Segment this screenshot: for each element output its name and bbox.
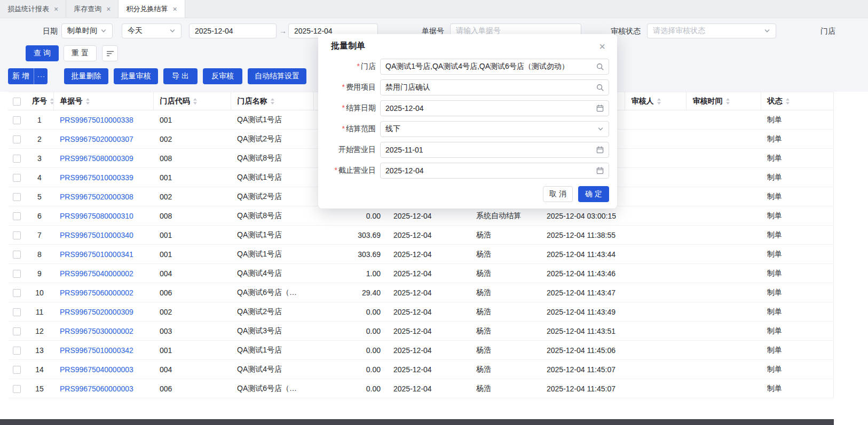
doc-no-link[interactable]: PRS99675040000003	[60, 365, 133, 374]
date-type-select[interactable]: 制单时间	[61, 23, 113, 38]
audit-time-cell	[686, 226, 761, 245]
doc-no-link[interactable]: PRS99675080000309	[60, 154, 133, 163]
store-name-cell: QA测试1号店	[231, 168, 313, 187]
tab-label: 积分兑换结算	[126, 4, 168, 14]
calendar-icon	[596, 146, 604, 154]
confirm-button[interactable]: 确 定	[578, 186, 609, 202]
field-input[interactable]: 线下	[380, 121, 609, 137]
audit-time-cell	[686, 187, 761, 206]
audit-time-cell	[686, 360, 761, 379]
audit-status-select[interactable]: 请选择审核状态	[647, 23, 776, 38]
sort-icon	[785, 98, 790, 105]
row-checkbox[interactable]	[13, 116, 21, 124]
field-input[interactable]: 2025-11-01	[380, 142, 609, 158]
status-cell: 制单	[761, 341, 834, 360]
auditor-cell	[625, 130, 686, 149]
search-button[interactable]: 查 询	[26, 45, 59, 61]
doc-no-link[interactable]: PRS99675020000309	[60, 308, 133, 316]
make-time-cell: 2025-12-04 11:45:07	[540, 360, 625, 379]
row-checkbox[interactable]	[13, 174, 21, 182]
row-checkbox[interactable]	[13, 135, 21, 143]
store-code-cell: 003	[153, 322, 231, 341]
row-checkbox[interactable]	[13, 251, 21, 259]
display-settings-button[interactable]	[102, 45, 118, 61]
audit-time-cell	[686, 379, 761, 398]
calendar-icon	[596, 105, 604, 112]
field-input[interactable]: 2025-12-04	[380, 100, 609, 116]
tab-inventory-query[interactable]: 库存查询 ×	[66, 0, 119, 18]
row-checkbox[interactable]	[13, 347, 21, 355]
col-header-store-name[interactable]: 门店名称	[231, 92, 313, 110]
auditor-cell	[625, 149, 686, 168]
field-input[interactable]: 2025-12-04	[380, 163, 609, 179]
export-button[interactable]: 导 出	[163, 68, 198, 84]
date-from-input[interactable]: 2025-12-04	[189, 23, 277, 38]
batch-audit-button[interactable]: 批量审核	[114, 68, 158, 84]
row-checkbox[interactable]	[13, 193, 21, 201]
modal-field: *门店QA测试1号店,QA测试4号店,QA测试6号店（测试勿动）	[318, 59, 609, 75]
batch-delete-button[interactable]: 批量删除	[64, 68, 108, 84]
doc-no-link[interactable]: PRS99675030000002	[60, 327, 133, 335]
field-input[interactable]: QA测试1号店,QA测试4号店,QA测试6号店（测试勿动）	[380, 59, 609, 75]
doc-no-link[interactable]: PRS99675010000341	[60, 250, 133, 259]
row-checkbox[interactable]	[13, 327, 21, 335]
auditor-cell	[625, 226, 686, 245]
col-header-auditor[interactable]: 审核人	[625, 92, 686, 110]
doc-no-link[interactable]: PRS99675060000003	[60, 384, 133, 393]
maker-cell: 杨浩	[470, 245, 540, 264]
doc-no-link[interactable]: PRS99675010000340	[60, 231, 133, 239]
audit-time-cell	[686, 206, 761, 226]
row-checkbox[interactable]	[13, 270, 21, 278]
quick-range-select[interactable]: 今天	[122, 23, 182, 38]
settle-date-cell: 2025-12-04	[387, 360, 470, 379]
doc-no-link[interactable]: PRS99675020000308	[60, 193, 133, 201]
add-more-button[interactable]: ···	[34, 68, 48, 84]
cancel-button[interactable]: 取 消	[543, 186, 573, 202]
col-header-index[interactable]: 序号	[26, 92, 53, 110]
table-row: 6PRS99675080000310008QA测试8号店0.002025-12-…	[8, 206, 834, 226]
row-index: 10	[26, 283, 53, 302]
amount-cell: 0.00	[313, 341, 387, 360]
row-checkbox[interactable]	[13, 231, 21, 239]
row-checkbox[interactable]	[13, 155, 21, 163]
row-checkbox[interactable]	[13, 289, 21, 297]
row-checkbox[interactable]	[13, 385, 21, 393]
chevron-down-icon	[597, 126, 604, 132]
horizontal-scrollbar[interactable]	[0, 419, 834, 425]
col-header-status[interactable]: 状态	[761, 92, 834, 110]
table-row: 15PRS99675060000003006QA测试6号店（…0.002025-…	[8, 379, 834, 398]
auto-settle-settings-button[interactable]: 自动结算设置	[248, 68, 306, 84]
col-header-doc-no[interactable]: 单据号	[53, 92, 153, 110]
field-input[interactable]: 禁用门店确认	[380, 79, 609, 95]
amount-cell: 0.00	[313, 302, 387, 322]
row-checkbox[interactable]	[13, 308, 21, 316]
row-checkbox[interactable]	[13, 212, 21, 220]
doc-no-link[interactable]: PRS99675010000339	[60, 173, 133, 182]
date-range-arrow: →	[279, 23, 287, 38]
amount-cell: 303.69	[313, 226, 387, 245]
doc-no-link[interactable]: PRS99675040000002	[60, 269, 133, 278]
add-button[interactable]: 新 增	[8, 68, 34, 84]
close-icon[interactable]: ×	[596, 41, 609, 52]
row-checkbox[interactable]	[13, 366, 21, 374]
col-header-audit-time[interactable]: 审核时间	[686, 92, 761, 110]
doc-no-link[interactable]: PRS99675010000338	[60, 116, 133, 124]
doc-no-link[interactable]: PRS99675060000002	[60, 288, 133, 297]
reset-button[interactable]: 重 置	[64, 45, 97, 61]
reverse-audit-button[interactable]: 反审核	[203, 68, 242, 84]
status-cell: 制单	[761, 130, 834, 149]
close-icon[interactable]: ×	[106, 5, 111, 13]
doc-no-link[interactable]: PRS99675080000310	[60, 212, 133, 220]
store-name-cell: QA测试3号店	[231, 322, 313, 341]
close-icon[interactable]: ×	[54, 5, 58, 13]
col-header-store-code[interactable]: 门店代码	[153, 92, 231, 110]
close-icon[interactable]: ×	[172, 5, 177, 13]
settle-date-cell: 2025-12-04	[387, 322, 470, 341]
doc-no-link[interactable]: PRS99675010000342	[60, 346, 133, 355]
tab-profit-loss-report[interactable]: 损益统计报表 ×	[0, 0, 66, 18]
doc-no-link[interactable]: PRS99675020000307	[60, 135, 133, 143]
auditor-cell	[625, 206, 686, 226]
table-row: 8PRS99675010000341001QA测试1号店303.692025-1…	[8, 245, 834, 264]
select-all-checkbox[interactable]	[13, 98, 21, 106]
tab-points-redemption-settlement[interactable]: 积分兑换结算 ×	[119, 0, 185, 18]
